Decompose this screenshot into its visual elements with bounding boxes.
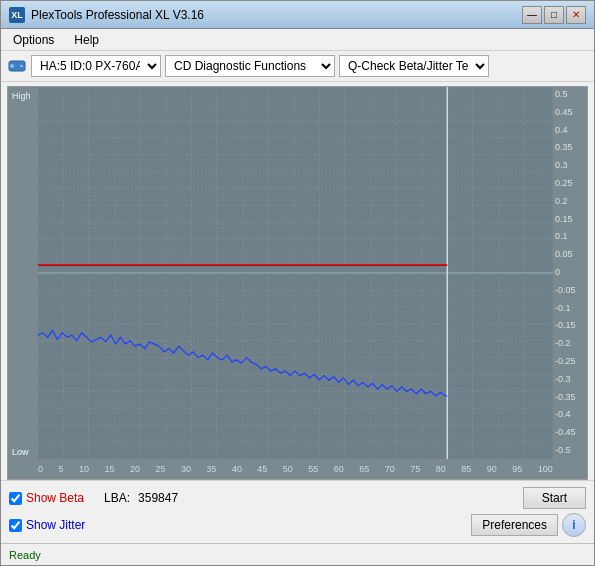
menu-bar: Options Help xyxy=(1,29,594,51)
toolbar: HA:5 ID:0 PX-760A CD Diagnostic Function… xyxy=(1,51,594,82)
minimize-button[interactable]: — xyxy=(522,6,542,24)
bottom-row2: Show Jitter Preferences i xyxy=(9,513,586,537)
lba-section: LBA: 359847 xyxy=(104,491,178,505)
lba-label: LBA: xyxy=(104,491,130,505)
menu-help[interactable]: Help xyxy=(66,31,107,49)
svg-point-2 xyxy=(10,64,14,68)
drive-icon xyxy=(7,56,27,76)
close-button[interactable]: ✕ xyxy=(566,6,586,24)
status-bar: Ready xyxy=(1,543,594,565)
app-icon: XL xyxy=(9,7,25,23)
title-bar-left: XL PlexTools Professional XL V3.16 xyxy=(9,7,204,23)
show-beta-label[interactable]: Show Beta xyxy=(9,491,84,505)
x-axis: 0 5 10 15 20 25 30 35 40 45 50 55 60 65 … xyxy=(38,459,553,479)
test-select[interactable]: Q-Check Beta/Jitter Test xyxy=(339,55,489,77)
lba-value: 359847 xyxy=(138,491,178,505)
buttons-right: Preferences i xyxy=(471,513,586,537)
low-label: Low xyxy=(12,447,29,457)
title-bar: XL PlexTools Professional XL V3.16 — □ ✕ xyxy=(1,1,594,29)
bottom-row1: Show Beta LBA: 359847 Start xyxy=(9,487,586,509)
svg-rect-1 xyxy=(20,65,23,67)
start-button[interactable]: Start xyxy=(523,487,586,509)
window-title: PlexTools Professional XL V3.16 xyxy=(31,8,204,22)
chart-container: High Low xyxy=(7,86,588,480)
show-beta-checkbox[interactable] xyxy=(9,492,22,505)
info-button[interactable]: i xyxy=(562,513,586,537)
menu-options[interactable]: Options xyxy=(5,31,62,49)
chart-svg xyxy=(38,87,553,459)
bottom-panel: Show Beta LBA: 359847 Start Show Jitter … xyxy=(1,480,594,543)
high-label: High xyxy=(12,91,31,101)
status-text: Ready xyxy=(9,549,41,561)
maximize-button[interactable]: □ xyxy=(544,6,564,24)
title-controls: — □ ✕ xyxy=(522,6,586,24)
chart-area: High Low xyxy=(1,82,594,480)
preferences-button[interactable]: Preferences xyxy=(471,514,558,536)
plot-area xyxy=(38,87,553,459)
function-select[interactable]: CD Diagnostic Functions xyxy=(165,55,335,77)
y-axis-right: 0.5 0.45 0.4 0.35 0.3 0.25 0.2 0.15 0.1 … xyxy=(553,87,587,457)
drive-select[interactable]: HA:5 ID:0 PX-760A xyxy=(31,55,161,77)
show-jitter-label[interactable]: Show Jitter xyxy=(9,518,85,532)
main-window: XL PlexTools Professional XL V3.16 — □ ✕… xyxy=(0,0,595,566)
show-jitter-checkbox[interactable] xyxy=(9,519,22,532)
